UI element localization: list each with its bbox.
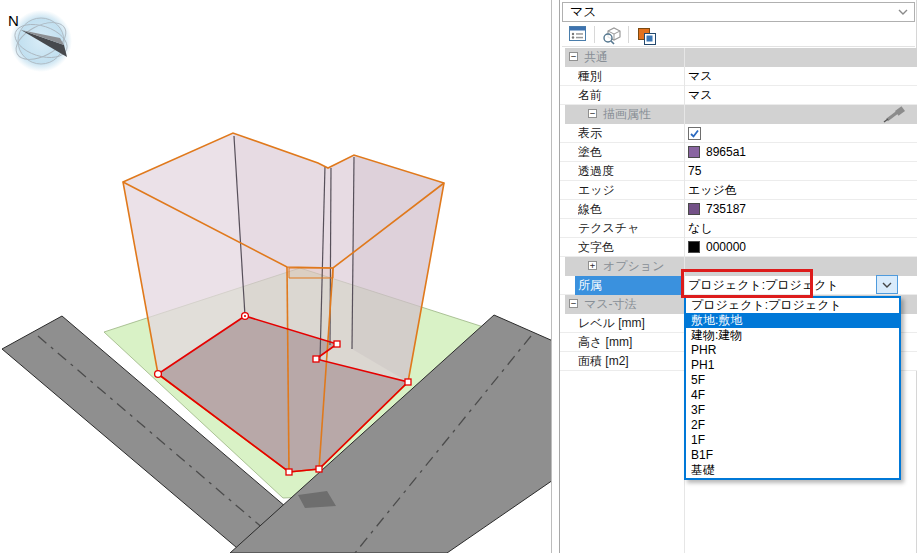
property-row-line-color: 線色 735187 [560, 200, 917, 219]
zoom-object-icon[interactable] [600, 26, 624, 45]
property-row-texture: テクスチャ なし [560, 219, 917, 238]
dropdown-item[interactable]: 基礎 [686, 463, 899, 478]
viewport-3d[interactable]: N [0, 0, 552, 553]
dropdown-item[interactable]: 建物:建物 [686, 328, 899, 343]
property-row-kind: 種別 マス [560, 67, 917, 86]
viewport-panel-divider[interactable] [551, 0, 552, 553]
dropdown-item[interactable]: B1F [686, 448, 899, 463]
group-header-draw-attributes: − 描画属性 [565, 105, 917, 124]
property-list-icon[interactable] [566, 26, 590, 45]
dropdown-item[interactable]: PHR [686, 343, 899, 358]
fill-color-value[interactable]: 8965a1 [706, 143, 746, 161]
dropdown-item[interactable]: プロジェクト:プロジェクト [686, 298, 899, 313]
compass-north-label: N [8, 12, 19, 29]
expand-toggle[interactable]: + [588, 261, 597, 270]
property-row-opacity: 透過度 75 [560, 162, 917, 181]
visible-checkbox[interactable] [688, 127, 701, 140]
opacity-value[interactable]: 75 [684, 162, 917, 180]
compass-widget[interactable]: N [8, 10, 72, 72]
text-color-swatch[interactable] [688, 241, 700, 253]
dropdown-item[interactable]: 5F [686, 373, 899, 388]
group-header-option: + オプション [565, 257, 917, 276]
property-row-name: 名前 マス [560, 86, 917, 105]
text-color-value[interactable]: 000000 [706, 238, 746, 256]
dropdown-item[interactable]: 敷地:敷地 [686, 313, 899, 328]
fill-color-swatch[interactable] [688, 146, 700, 158]
property-row-fill-color: 塗色 8965a1 [560, 143, 917, 162]
property-row-edge: エッジ エッジ色 [560, 181, 917, 200]
group-header-common: − 共通 [565, 48, 917, 67]
dropdown-item[interactable]: 1F [686, 433, 899, 448]
name-value[interactable]: マス [684, 86, 917, 104]
object-selector-value: マス [570, 4, 597, 19]
dropdown-item[interactable]: 3F [686, 403, 899, 418]
collapse-toggle[interactable]: − [588, 109, 597, 118]
chevron-down-icon [898, 9, 908, 16]
kind-value[interactable]: マス [684, 67, 917, 85]
dropdown-item[interactable]: PH1 [686, 358, 899, 373]
belongs-dropdown-button[interactable] [876, 275, 898, 294]
line-color-value[interactable]: 735187 [706, 200, 746, 218]
toolbar-separator [594, 26, 595, 43]
belongs-dropdown-list: プロジェクト:プロジェクト敷地:敷地建物:建物PHRPH15F4F3F2F1FB… [684, 296, 901, 480]
chevron-down-icon [882, 282, 892, 289]
belongs-combo-value[interactable]: プロジェクト:プロジェクト [688, 276, 839, 295]
collapse-toggle[interactable]: − [569, 52, 578, 61]
application-window: N マス [0, 0, 919, 553]
property-row-visible: 表示 [560, 124, 917, 143]
collapse-toggle[interactable]: − [569, 299, 578, 308]
texture-value[interactable]: なし [684, 219, 917, 237]
panel-toolbar [562, 24, 915, 47]
property-row-text-color: 文字色 000000 [560, 238, 917, 257]
eyedropper-icon[interactable] [883, 106, 909, 123]
dropdown-item[interactable]: 4F [686, 388, 899, 403]
dropdown-item[interactable]: 2F [686, 418, 899, 433]
toolbar-separator [628, 26, 629, 43]
swap-object-icon[interactable] [634, 26, 658, 45]
edge-value[interactable]: エッジ色 [684, 181, 917, 199]
belongs-label: 所属 [578, 276, 602, 295]
line-color-swatch[interactable] [688, 203, 700, 215]
object-selector-combo[interactable]: マス [562, 2, 915, 22]
